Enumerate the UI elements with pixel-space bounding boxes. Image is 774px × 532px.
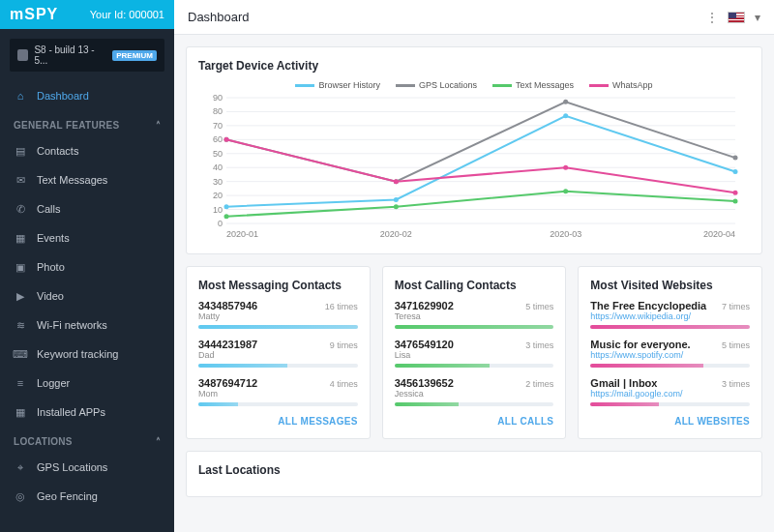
svg-text:20: 20 (213, 191, 223, 200)
contact-item[interactable]: The Free Encyclopediahttps://www.wikiped… (590, 300, 750, 329)
svg-point-38 (563, 165, 568, 170)
usage-bar (395, 364, 554, 368)
section-general[interactable]: GENERAL FEATURES ˄ (0, 110, 174, 136)
content: Target Device Activity Browser HistoryGP… (174, 35, 774, 532)
contact-secondary[interactable]: https://www.wikipedia.org/ (590, 311, 706, 321)
contact-primary: 3476549120 (395, 339, 454, 350)
all-link[interactable]: ALL WEBSITES (590, 416, 750, 427)
home-icon: ⌂ (14, 89, 27, 103)
contact-secondary[interactable]: https://mail.google.com/ (590, 389, 682, 399)
contact-item[interactable]: Music for everyone.https://www.spotify.c… (590, 339, 750, 368)
contact-secondary: Teresa (395, 311, 454, 321)
svg-point-31 (733, 156, 738, 161)
nav-geo[interactable]: ◎Geo Fencing (0, 482, 174, 511)
nav-video[interactable]: ▶Video (0, 281, 174, 310)
chevron-down-icon[interactable]: ▾ (755, 11, 760, 24)
svg-point-33 (394, 204, 399, 209)
android-icon (17, 49, 28, 61)
nav-apps[interactable]: ▦Installed APPs (0, 398, 174, 427)
svg-text:60: 60 (213, 134, 223, 144)
contact-primary: 3471629902 (395, 300, 454, 311)
nav-pin[interactable]: ⌖GPS Locations (0, 453, 174, 482)
activity-chart-card: Target Device Activity Browser HistoryGP… (186, 46, 762, 254)
nav-call[interactable]: ✆Calls (0, 194, 174, 223)
contact-secondary[interactable]: https://www.spotify.com/ (590, 350, 690, 360)
nav-label: Wi-Fi networks (37, 319, 107, 331)
nav-contacts[interactable]: ▤Contacts (0, 136, 174, 165)
sidebar-top: mSPY Your Id: 000001 (0, 0, 174, 29)
svg-text:10: 10 (213, 205, 223, 215)
usage-bar (395, 402, 554, 406)
svg-text:2020-04: 2020-04 (703, 229, 735, 239)
svg-text:80: 80 (213, 106, 223, 116)
message-icon: ✉ (14, 173, 27, 187)
usage-bar (198, 402, 358, 406)
nav-label: Geo Fencing (37, 490, 98, 502)
contact-item[interactable]: 3476549120Lisa3 times (395, 339, 554, 368)
usage-bar (198, 364, 358, 368)
usage-bar (395, 325, 554, 329)
contact-count: 3 times (525, 340, 553, 350)
contact-item[interactable]: 3444231987Dad9 times (198, 339, 358, 368)
nav: ⌂ Dashboard GENERAL FEATURES ˄ ▤Contacts… (0, 81, 174, 532)
kebab-menu-icon[interactable]: ⋮ (706, 11, 718, 24)
contact-primary: 3456139652 (395, 377, 454, 389)
contact-primary: 3434857946 (198, 300, 257, 311)
main: Dashboard ⋮ ▾ Target Device Activity Bro… (174, 0, 774, 532)
svg-text:2020-01: 2020-01 (226, 229, 258, 239)
contact-item[interactable]: Gmail | Inboxhttps://mail.google.com/3 t… (590, 377, 750, 406)
nav-label: Events (37, 232, 70, 244)
device-selector[interactable]: S8 - build 13 - 5... PREMIUM (10, 39, 164, 72)
flag-us-icon[interactable] (728, 12, 745, 23)
nav-label: Installed APPs (37, 406, 105, 418)
chevron-up-icon: ˄ (156, 436, 161, 447)
contact-count: 9 times (330, 340, 358, 350)
svg-point-34 (563, 189, 568, 193)
contact-item[interactable]: 3471629902Teresa5 times (395, 300, 554, 329)
contact-count: 4 times (330, 379, 358, 389)
legend-swatch (295, 84, 314, 87)
chevron-up-icon: ˄ (156, 120, 161, 131)
nav-keyboard[interactable]: ⌨Keyword tracking (0, 340, 174, 369)
nav-calendar[interactable]: ▦Events (0, 223, 174, 252)
contact-secondary: Matty (198, 311, 257, 321)
nav-label: Text Messages (37, 174, 107, 186)
nav-label: Video (37, 290, 64, 302)
card-title: Most Visited Websites (590, 279, 750, 292)
svg-point-32 (224, 214, 229, 219)
card-call: Most Calling Contacts3471629902Teresa5 t… (382, 266, 567, 439)
nav-wifi[interactable]: ≋Wi-Fi networks (0, 310, 174, 340)
nav-photo[interactable]: ▣Photo (0, 252, 174, 281)
contact-secondary: Dad (198, 350, 257, 360)
contact-primary: Gmail | Inbox (590, 377, 682, 389)
svg-text:30: 30 (213, 177, 223, 187)
nav-label: GPS Locations (37, 461, 107, 473)
keyboard-icon: ⌨ (14, 347, 27, 361)
svg-text:0: 0 (218, 219, 223, 228)
contact-count: 5 times (525, 302, 553, 311)
legend-item[interactable]: Text Messages (492, 80, 574, 90)
contacts-icon: ▤ (14, 144, 27, 158)
section-locations[interactable]: LOCATIONS ˄ (0, 427, 174, 453)
contact-item[interactable]: 3456139652Jessica2 times (395, 377, 554, 406)
legend-item[interactable]: WhatsApp (589, 80, 653, 90)
legend-swatch (396, 84, 415, 87)
contact-item[interactable]: 3487694712Mom4 times (198, 377, 358, 406)
legend-item[interactable]: Browser History (295, 80, 380, 90)
chart-title: Target Device Activity (198, 59, 750, 73)
contact-item[interactable]: 3434857946Matty16 times (198, 300, 358, 329)
nav-logger[interactable]: ≡Logger (0, 369, 174, 398)
legend-item[interactable]: GPS Locations (396, 80, 477, 90)
logger-icon: ≡ (14, 376, 27, 390)
contact-primary: Music for everyone. (590, 339, 690, 350)
contact-count: 2 times (525, 379, 553, 389)
call-icon: ✆ (14, 202, 27, 216)
nav-label: Keyword tracking (37, 348, 118, 360)
all-link[interactable]: ALL CALLS (395, 416, 554, 427)
nav-label: Dashboard (37, 90, 89, 102)
nav-dashboard[interactable]: ⌂ Dashboard (0, 81, 174, 110)
all-link[interactable]: ALL MESSAGES (198, 416, 358, 427)
nav-message[interactable]: ✉Text Messages (0, 165, 174, 194)
usage-bar (590, 325, 750, 329)
svg-point-30 (563, 100, 568, 104)
